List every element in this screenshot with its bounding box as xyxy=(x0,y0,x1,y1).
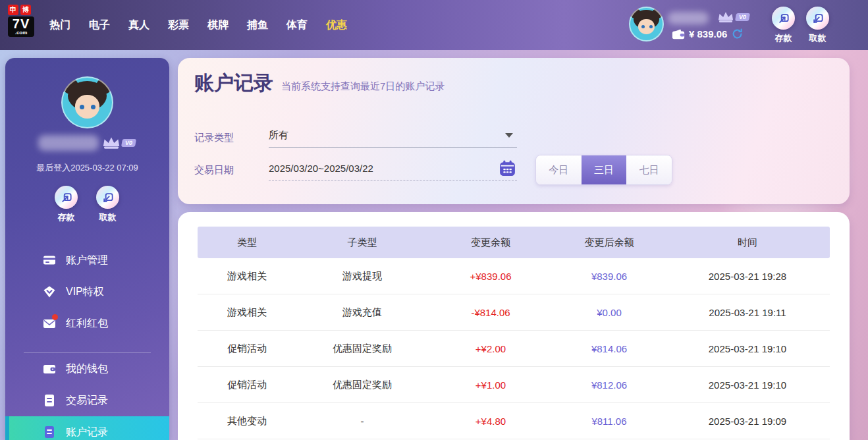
records-header-panel: 账户记录 当前系统支持查询最近7日的账户记录 记录类型 所有 交易日期 2025… xyxy=(178,58,850,204)
cell-after-balance: ¥814.06 xyxy=(553,343,665,354)
cell-time: 2025-03-21 19:11 xyxy=(665,307,830,318)
withdraw-icon xyxy=(806,7,829,30)
user-avatar[interactable] xyxy=(629,7,664,41)
deposit-button[interactable]: 存款 xyxy=(772,7,795,44)
cell-type: 其他变动 xyxy=(198,415,296,427)
withdraw-icon xyxy=(96,186,119,209)
range-button-seven-days[interactable]: 七日 xyxy=(626,155,672,184)
table-row: 促销活动优惠固定奖励+¥1.00¥812.062025-03-21 19:10 xyxy=(198,367,830,403)
cell-after-balance: ¥0.00 xyxy=(553,307,665,318)
nav-item-lottery[interactable]: 彩票 xyxy=(159,18,198,32)
nav-item-live[interactable]: 真人 xyxy=(119,18,159,32)
nav-item-slots[interactable]: 电子 xyxy=(80,18,119,32)
column-header: 时间 xyxy=(665,236,830,249)
logo-badge-2: 博 xyxy=(20,5,31,15)
cell-subtype: 优惠固定奖励 xyxy=(296,379,428,391)
nav-item-fishing[interactable]: 捕鱼 xyxy=(238,18,277,32)
last-login-text: 最后登入2025-03-22 07:09 xyxy=(5,162,169,174)
sidebar-item-label: 交易记录 xyxy=(66,394,108,408)
crown-icon xyxy=(101,136,121,150)
notification-dot xyxy=(52,314,58,320)
table-row: 游戏相关游戏充值-¥814.06¥0.002025-03-21 19:11 xyxy=(198,294,830,331)
cell-change-amount: +¥4.80 xyxy=(428,416,553,427)
logo-main-text: 7V xyxy=(10,17,32,30)
refresh-balance-icon[interactable] xyxy=(731,28,744,40)
deposit-label: 存款 xyxy=(775,32,792,44)
avatar-face xyxy=(80,105,84,109)
sidebar-withdraw-button[interactable]: 取款 xyxy=(96,186,119,223)
envelope-icon xyxy=(43,317,56,330)
crown-icon xyxy=(717,11,735,24)
range-button-three-days[interactable]: 三日 xyxy=(582,155,627,184)
sidebar-username-blurred xyxy=(38,135,99,151)
record-type-value: 所有 xyxy=(269,129,505,142)
cell-change-amount: +¥839.06 xyxy=(428,271,553,282)
table-header-row: 类型子类型变更余额变更后余额时间 xyxy=(198,227,830,258)
sidebar-item-bonus-redpacket[interactable]: 红利红包 xyxy=(5,308,169,339)
sidebar-item-label: VIP特权 xyxy=(66,285,104,299)
cell-time: 2025-03-21 19:10 xyxy=(665,379,830,391)
balance-row: ¥ 839.06 xyxy=(672,28,744,40)
sidebar-vip-label: V0 xyxy=(121,139,136,147)
sidebar-item-label: 我的钱包 xyxy=(66,362,108,376)
column-header: 变更余额 xyxy=(428,236,553,249)
doc-icon xyxy=(43,394,56,407)
sidebar: V0 最后登入2025-03-22 07:09 存款 取款 账户管理VIP特 xyxy=(5,58,169,440)
date-range-label: 交易日期 xyxy=(194,164,234,177)
sidebar-withdraw-label: 取款 xyxy=(99,211,117,223)
username-blurred xyxy=(668,12,709,24)
calendar-icon[interactable] xyxy=(499,159,516,177)
table-row: 其他变动-+¥4.80¥811.062025-03-21 19:09 xyxy=(198,403,830,439)
deposit-icon xyxy=(55,186,78,209)
nav-item-promos[interactable]: 优惠 xyxy=(317,18,356,32)
cell-after-balance: ¥812.06 xyxy=(553,379,665,391)
nav-item-chess[interactable]: 棋牌 xyxy=(198,18,238,32)
sidebar-deposit-label: 存款 xyxy=(58,211,75,223)
cell-after-balance: ¥839.06 xyxy=(553,271,665,282)
sidebar-user-avatar[interactable] xyxy=(61,76,113,128)
chevron-down-icon xyxy=(505,133,513,138)
table-body: 游戏相关游戏提现+¥839.06¥839.062025-03-21 19:28游… xyxy=(198,258,830,439)
nav-menu: 热门电子真人彩票棋牌捕鱼体育优惠 xyxy=(40,0,356,50)
records-table: 类型子类型变更余额变更后余额时间 游戏相关游戏提现+¥839.06¥839.06… xyxy=(198,227,830,439)
vip-level-badge[interactable]: V0 xyxy=(717,11,749,24)
sidebar-item-vip-privileges[interactable]: VIP特权 xyxy=(5,276,169,308)
top-navbar: 申 博 7V .com 热门电子真人彩票棋牌捕鱼体育优惠 V0 ¥ xyxy=(0,0,868,50)
nav-item-hot[interactable]: 热门 xyxy=(40,18,80,32)
table-row: 游戏相关游戏提现+¥839.06¥839.062025-03-21 19:28 xyxy=(198,258,830,294)
withdraw-label: 取款 xyxy=(809,32,827,44)
withdraw-button[interactable]: 取款 xyxy=(806,7,829,44)
range-button-today[interactable]: 今日 xyxy=(536,155,582,184)
sidebar-item-my-wallet[interactable]: 我的钱包 xyxy=(5,353,169,385)
cell-subtype: 优惠固定奖励 xyxy=(296,343,428,355)
record-type-label: 记录类型 xyxy=(194,132,234,144)
records-table-panel: 类型子类型变更余额变更后余额时间 游戏相关游戏提现+¥839.06¥839.06… xyxy=(178,212,850,440)
sidebar-item-label: 账户记录 xyxy=(66,426,108,439)
cell-subtype: 游戏提现 xyxy=(296,270,428,283)
sidebar-item-label: 账户管理 xyxy=(66,254,108,267)
page-title: 账户记录 xyxy=(194,70,273,97)
sidebar-item-account-records[interactable]: 账户记录 xyxy=(5,416,169,440)
sidebar-vip-badge[interactable]: V0 xyxy=(101,136,136,150)
date-range-quick-buttons: 今日三日七日 xyxy=(535,155,672,185)
cell-change-amount: +¥1.00 xyxy=(428,379,553,391)
date-range-input[interactable]: 2025/03/20~2025/03/22 xyxy=(269,157,517,180)
logo-sub-text: .com xyxy=(10,30,32,36)
column-header: 变更后余额 xyxy=(553,236,665,249)
nav-item-sports[interactable]: 体育 xyxy=(277,18,317,32)
cell-type: 游戏相关 xyxy=(198,270,296,283)
wallet-icon xyxy=(43,362,56,375)
cell-after-balance: ¥811.06 xyxy=(553,416,665,427)
record-type-select[interactable]: 所有 xyxy=(269,124,517,148)
sidebar-menu-bottom: 我的钱包交易记录账户记录 xyxy=(5,353,169,440)
column-header: 类型 xyxy=(198,236,296,249)
sidebar-item-account-management[interactable]: 账户管理 xyxy=(5,244,169,276)
sidebar-deposit-button[interactable]: 存款 xyxy=(55,186,78,223)
logo-badge-1: 申 xyxy=(8,5,18,15)
vip-level-label: V0 xyxy=(735,13,750,21)
cell-time: 2025-03-21 19:28 xyxy=(665,271,830,282)
table-row: 促销活动优惠固定奖励+¥2.00¥814.062025-03-21 19:10 xyxy=(198,331,830,367)
cell-change-amount: +¥2.00 xyxy=(428,343,553,354)
sidebar-item-transaction-records[interactable]: 交易记录 xyxy=(5,385,169,416)
vip-icon xyxy=(43,285,56,298)
